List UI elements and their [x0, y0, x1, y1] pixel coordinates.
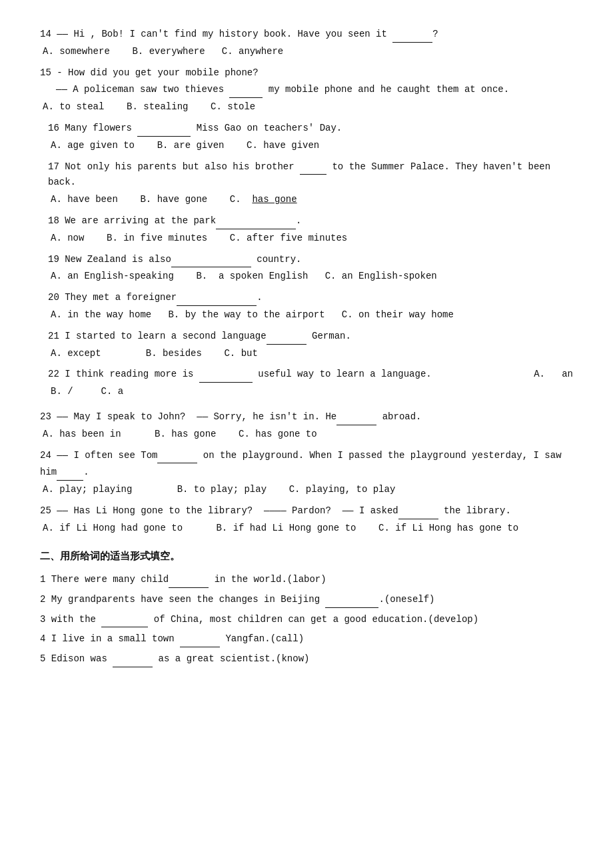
question-21: 21 I started to learn a second language … — [40, 329, 573, 362]
q21-options: A. except B. besides C. but — [48, 346, 573, 362]
q15-blank — [229, 87, 263, 98]
q14-opt-a: A. somewhere B. everywhere C. anywhere — [43, 46, 283, 57]
q21-label: 21 I started to learn a second language — [48, 331, 267, 341]
section2-title: 二、用所给词的适当形式填空。 — [40, 551, 180, 563]
fill-2-suffix: .(oneself) — [378, 594, 434, 605]
q19-opts: A. an English-speaking B. a spoken Engli… — [51, 271, 437, 281]
fill-3-num: 3 with the — [40, 614, 101, 625]
q24-blank2 — [57, 470, 83, 481]
q22-text: 22 I think reading more is useful way to… — [48, 367, 573, 383]
question-25: 25 —— Has Li Hong gone to the library? —… — [40, 503, 573, 537]
q22-options: B. / C. a — [48, 384, 573, 400]
q19-blank — [171, 257, 251, 267]
q18-suffix: . — [296, 215, 301, 226]
fill-2-num: 2 My grandparents have seen the changes … — [40, 594, 325, 605]
q16-opts: A. age given to B. are given C. have giv… — [51, 140, 319, 151]
question-15: 15 - How did you get your mobile phone? … — [40, 65, 573, 115]
fill-5: 5 Edison was as a great scientist.(know) — [40, 651, 573, 667]
q23-suffix: abroad. — [376, 411, 421, 422]
q19-options: A. an English-speaking B. a spoken Engli… — [48, 269, 573, 285]
fill-3-blank — [101, 617, 148, 627]
q17-options: A. have been B. have gone C. has gone — [48, 192, 573, 208]
q21-text: 21 I started to learn a second language … — [48, 329, 573, 345]
q21-suffix: German. — [306, 331, 351, 341]
q14-text: 14 —— Hi , Bob! I can't find my history … — [40, 27, 573, 43]
q14-label: 14 —— Hi , Bob! I can't find my history … — [40, 29, 392, 39]
q16-suffix: Miss Gao on teachers' Day. — [191, 123, 342, 133]
q14-options: A. somewhere B. everywhere C. anywhere — [40, 44, 573, 60]
fill-4: 4 I live in a small town Yangfan.(call) — [40, 631, 573, 647]
q15-label: 15 - How did you get your mobile phone? — [40, 67, 259, 78]
q14-suffix: ? — [432, 29, 438, 39]
q23-opts: A. has been in B. has gone C. has gone t… — [43, 429, 317, 439]
q25-options: A. if Li Hong had gone to B. if had Li H… — [40, 521, 573, 537]
q16-blank — [137, 126, 191, 137]
q24-opts: A. play; playing B. to play; play C. pla… — [43, 484, 395, 495]
q15-text: 15 - How did you get your mobile phone? — [40, 65, 573, 81]
fill-1-blank — [169, 577, 209, 588]
fill-4-blank — [180, 637, 220, 647]
fill-5-suffix: as a great scientist.(know) — [153, 653, 309, 664]
question-24: 24 —— I often see Tom on the playground.… — [40, 448, 573, 498]
fill-5-blank — [113, 657, 153, 667]
q24-text2: him. — [40, 465, 573, 481]
q22-right-note: A. an — [534, 367, 573, 383]
fill-3: 3 with the of China, most children can g… — [40, 612, 573, 628]
q16-label: 16 Many flowers — [48, 123, 137, 133]
question-18: 18 We are arriving at the park. A. now B… — [40, 213, 573, 247]
question-23: 23 —— May I speak to John? —— Sorry, he … — [40, 409, 573, 443]
q18-opts: A. now B. in five minutes C. after five … — [51, 233, 347, 243]
q17-blank — [300, 164, 326, 175]
q16-options: A. age given to B. are given C. have giv… — [48, 138, 573, 154]
fill-3-suffix: of China, most children can get a good e… — [148, 614, 478, 625]
q19-label: 19 New Zealand is also — [48, 254, 171, 265]
q22-suffix: useful way to learn a language. — [253, 369, 432, 379]
q15-suffix: my mobile phone and he caught them at on… — [263, 84, 509, 95]
question-17: 17 Not only his parents but also his bro… — [40, 159, 573, 208]
q18-label: 18 We are arriving at the park — [48, 215, 216, 226]
q24-mid: on the playground. When I passed the pla… — [197, 450, 561, 461]
question-19: 19 New Zealand is also country. A. an En… — [40, 252, 573, 285]
q24-options: A. play; playing B. to play; play C. pla… — [40, 482, 573, 498]
q25-suffix: the library. — [438, 505, 511, 516]
q23-text: 23 —— May I speak to John? —— Sorry, he … — [40, 409, 573, 425]
q20-opts: A. in the way home B. by the way to the … — [51, 309, 454, 320]
q15-options: A. to steal B. stealing C. stole — [40, 99, 573, 115]
q19-suffix: country. — [251, 254, 302, 265]
q20-text: 20 They met a foreigner. — [48, 290, 573, 306]
q22-opts: B. / C. a — [51, 386, 123, 397]
q20-label: 20 They met a foreigner — [48, 292, 177, 303]
q17-text: 17 Not only his parents but also his bro… — [48, 159, 573, 191]
q22-label: 22 I think reading more is — [48, 369, 199, 379]
q19-text: 19 New Zealand is also country. — [48, 252, 573, 268]
q24-him: him — [40, 467, 57, 477]
q22-blank — [199, 372, 253, 383]
fill-4-num: 4 I live in a small town — [40, 633, 180, 644]
q24-text: 24 —— I often see Tom on the playground.… — [40, 448, 573, 464]
q24-suffix3: . — [83, 467, 89, 477]
fill-1-suffix: in the world.(labor) — [209, 574, 326, 585]
q21-opts: A. except B. besides C. but — [51, 348, 258, 359]
question-14: 14 —— Hi , Bob! I can't find my history … — [40, 27, 573, 60]
q14-blank — [392, 32, 432, 43]
q20-blank — [177, 295, 257, 306]
question-20: 20 They met a foreigner. A. in the way h… — [40, 290, 573, 323]
question-16: 16 Many flowers Miss Gao on teachers' Da… — [40, 121, 573, 154]
q17-label: 17 Not only his parents but also his bro… — [48, 161, 300, 172]
q24-label: 24 —— I often see Tom — [40, 450, 157, 461]
q18-text: 18 We are arriving at the park. — [48, 213, 573, 229]
section2-header: 二、用所给词的适当形式填空。 — [40, 549, 573, 566]
q24-blank1 — [157, 453, 197, 463]
q25-opts: A. if Li Hong had gone to B. if had Li H… — [43, 523, 518, 533]
q20-options: A. in the way home B. by the way to the … — [48, 307, 573, 323]
q20-suffix: . — [257, 292, 262, 303]
q18-options: A. now B. in five minutes C. after five … — [48, 231, 573, 247]
q17-opts: A. have been B. have gone C. has gone — [51, 194, 297, 205]
fill-4-suffix: Yangfan.(call) — [220, 633, 304, 644]
q25-text: 25 —— Has Li Hong gone to the library? —… — [40, 503, 573, 519]
q16-text: 16 Many flowers Miss Gao on teachers' Da… — [48, 121, 573, 137]
q18-blank — [216, 219, 296, 229]
fill-1: 1 There were many child in the world.(la… — [40, 572, 573, 588]
q15-sub-label: —— A policeman saw two thieves — [56, 84, 229, 95]
q23-label: 23 —— May I speak to John? —— Sorry, he … — [40, 411, 336, 422]
